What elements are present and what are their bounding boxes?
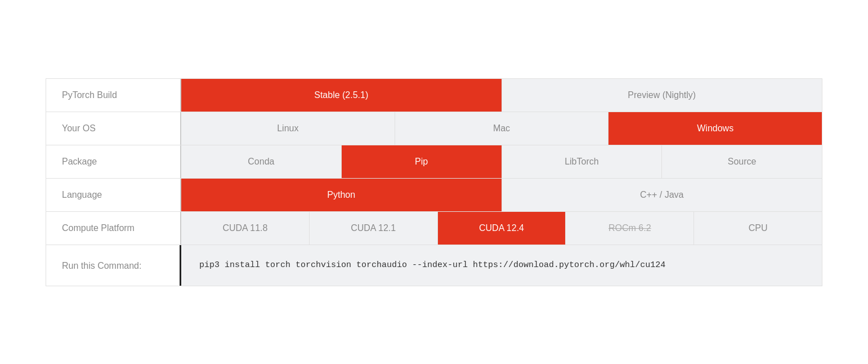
option-your-os-windows[interactable]: Windows (609, 112, 822, 145)
option-compute-platform-rocm62[interactable]: ROCm 6.2 (566, 212, 694, 245)
label-command: Run this Command: (46, 245, 181, 286)
option-language-cpp-java[interactable]: C++ / Java (502, 179, 822, 211)
option-pytorch-build-preview[interactable]: Preview (Nightly) (502, 79, 822, 112)
command-text: pip3 install torch torchvision torchaudi… (181, 245, 822, 286)
option-package-conda[interactable]: Conda (181, 145, 342, 178)
option-compute-platform-cuda124[interactable]: CUDA 12.4 (438, 212, 566, 245)
row-package: PackageCondaPipLibTorchSource (46, 145, 822, 179)
row-command: Run this Command:pip3 install torch torc… (46, 245, 822, 286)
label-your-os: Your OS (46, 112, 181, 145)
label-compute-platform: Compute Platform (46, 212, 181, 245)
row-compute-platform: Compute PlatformCUDA 11.8CUDA 12.1CUDA 1… (46, 212, 822, 245)
option-language-python[interactable]: Python (181, 179, 502, 211)
option-your-os-linux[interactable]: Linux (181, 112, 395, 145)
label-pytorch-build: PyTorch Build (46, 79, 181, 112)
option-compute-platform-cuda121[interactable]: CUDA 12.1 (310, 212, 438, 245)
options-your-os: LinuxMacWindows (181, 112, 822, 145)
option-package-source[interactable]: Source (662, 145, 822, 178)
row-your-os: Your OSLinuxMacWindows (46, 112, 822, 145)
option-compute-platform-cuda118[interactable]: CUDA 11.8 (181, 212, 310, 245)
label-language: Language (46, 179, 181, 211)
option-your-os-mac[interactable]: Mac (395, 112, 609, 145)
row-language: LanguagePythonC++ / Java (46, 179, 822, 212)
options-package: CondaPipLibTorchSource (181, 145, 822, 178)
row-pytorch-build: PyTorch BuildStable (2.5.1)Preview (Nigh… (46, 79, 822, 112)
options-language: PythonC++ / Java (181, 179, 822, 211)
option-pytorch-build-stable[interactable]: Stable (2.5.1) (181, 79, 502, 112)
options-pytorch-build: Stable (2.5.1)Preview (Nightly) (181, 79, 822, 112)
option-package-libtorch[interactable]: LibTorch (502, 145, 663, 178)
option-package-pip[interactable]: Pip (342, 145, 502, 178)
pytorch-configurator: PyTorch BuildStable (2.5.1)Preview (Nigh… (46, 78, 822, 286)
options-compute-platform: CUDA 11.8CUDA 12.1CUDA 12.4ROCm 6.2CPU (181, 212, 822, 245)
label-package: Package (46, 145, 181, 178)
option-compute-platform-cpu[interactable]: CPU (694, 212, 822, 245)
